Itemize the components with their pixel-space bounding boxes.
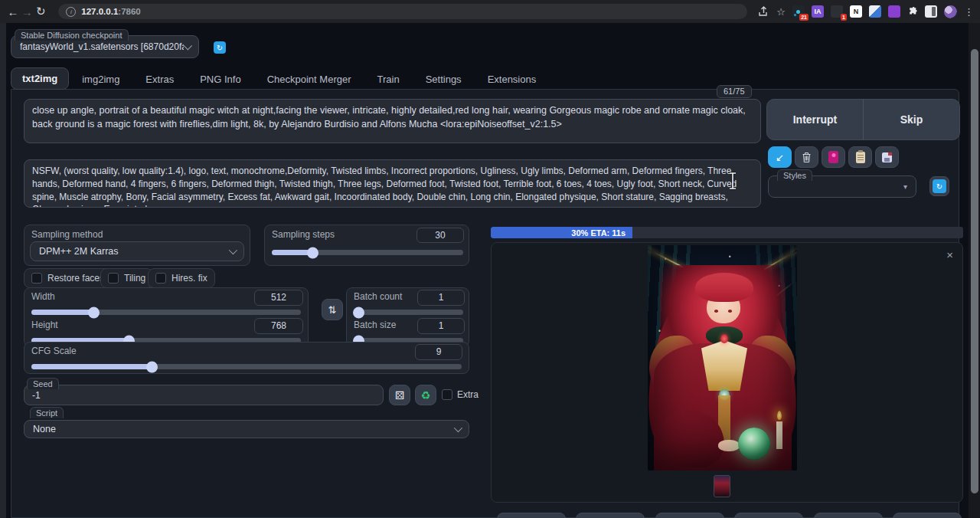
extension-ia-icon[interactable]: IA [812, 5, 824, 18]
chevron-down-icon: ▾ [903, 182, 907, 191]
tab-img2img[interactable]: img2img [69, 69, 132, 90]
tab-png-info[interactable]: PNG Info [187, 69, 253, 90]
app-window: ← → ↻ i 127.0.0.1:7860 ☆ 21 IA 1 N ⋮ Sta… [0, 0, 980, 518]
browser-menu-icon[interactable]: ⋮ [964, 6, 974, 18]
width-input[interactable]: 512 [254, 290, 303, 306]
output-button[interactable] [497, 513, 566, 518]
txt2img-panel: 61/75 close up angle, portrait of a beau… [11, 89, 959, 518]
height-label: Height [31, 320, 58, 330]
image-preview-panel: × [491, 242, 963, 503]
batch-block: Batch count 1 Batch size 1 [346, 287, 469, 347]
progress-fill: 30% ETA: 11s [491, 227, 632, 238]
extension-camera-icon[interactable]: 1 [831, 5, 843, 18]
browser-actions: ☆ 21 IA 1 N ⋮ [758, 5, 980, 18]
extra-networks-button[interactable] [822, 146, 845, 168]
sampling-method-value: DPM++ 2M Karras [39, 246, 119, 257]
hires-fix-option[interactable]: Hires. fix [148, 268, 215, 288]
seed-input[interactable]: -1 [24, 385, 384, 405]
negative-prompt-textarea[interactable]: NSFW, (worst quality, low quality:1.4), … [24, 159, 761, 208]
tab-settings[interactable]: Settings [413, 69, 475, 90]
sidebar-panel-icon[interactable] [925, 5, 937, 18]
slider-fill[interactable] [31, 364, 152, 369]
interrupt-button[interactable]: Interrupt [767, 100, 863, 139]
cfg-scale-label: CFG Scale [31, 346, 77, 356]
prompt-textarea[interactable]: close up angle, portrait of a beautiful … [24, 99, 761, 143]
sampling-steps-input[interactable]: 30 [416, 228, 464, 243]
progress-text: 30% ETA: 11s [571, 228, 632, 238]
save-style-button[interactable] [875, 146, 899, 168]
apply-style-button[interactable] [848, 146, 872, 168]
swap-dimensions-button[interactable]: ⇅ [322, 299, 343, 320]
generated-image[interactable] [648, 245, 797, 470]
tab-extras[interactable]: Extras [132, 69, 187, 90]
styles-label: Styles [777, 169, 812, 181]
tiling-label: Tiling [124, 273, 145, 284]
slider-fill[interactable] [31, 310, 93, 315]
output-button[interactable] [814, 513, 883, 518]
card-icon [828, 151, 838, 163]
checkpoint-refresh-button[interactable]: ↻ [214, 41, 226, 54]
clear-prompt-button[interactable] [795, 146, 818, 168]
url-port: :7860 [118, 7, 140, 16]
forward-icon[interactable]: → [20, 5, 34, 18]
extension-blue-icon[interactable] [869, 5, 881, 18]
sampling-steps-label: Sampling steps [272, 229, 335, 240]
output-button[interactable] [655, 513, 724, 518]
restore-faces-option[interactable]: Restore faces [24, 268, 112, 288]
extension-notion-icon[interactable]: N [850, 5, 862, 18]
extension-teal-icon[interactable]: 21 [792, 5, 805, 18]
paste-generation-params-button[interactable]: ↙ [768, 146, 792, 168]
seed-extra-checkbox[interactable] [442, 389, 452, 400]
reuse-seed-recycle-button[interactable]: ♻ [415, 385, 436, 405]
scrollbar-thumb[interactable] [971, 49, 978, 493]
gallery-thumbnail[interactable] [714, 475, 730, 497]
seed-extra-option[interactable]: Extra [442, 389, 479, 400]
token-counter: 61/75 [717, 85, 752, 98]
share-icon[interactable] [758, 6, 769, 17]
restore-faces-checkbox[interactable] [31, 273, 42, 284]
styles-refresh-button[interactable]: ↻ [929, 176, 949, 196]
random-seed-dice-button[interactable]: ⚄ [389, 385, 410, 405]
chevron-down-icon [454, 424, 462, 432]
extensions-puzzle-icon[interactable] [907, 6, 918, 17]
close-icon[interactable]: × [946, 249, 953, 261]
batch-count-slider[interactable] [354, 310, 463, 315]
window-edge [0, 23, 6, 518]
cfg-scale-input[interactable]: 9 [415, 344, 462, 360]
tiling-checkbox[interactable] [108, 273, 119, 284]
output-button[interactable] [576, 513, 645, 518]
slider-fill[interactable] [272, 250, 312, 255]
cfg-scale-slider[interactable] [31, 364, 462, 369]
sampling-steps-slider[interactable] [272, 250, 463, 255]
hires-fix-checkbox[interactable] [155, 273, 166, 284]
browser-toolbar: ← → ↻ i 127.0.0.1:7860 ☆ 21 IA 1 N ⋮ [0, 0, 980, 23]
back-icon[interactable]: ← [6, 5, 20, 18]
tab-txt2img[interactable]: txt2img [11, 67, 69, 90]
scrollbar-track[interactable] [969, 23, 980, 518]
batch-count-input[interactable]: 1 [417, 290, 465, 306]
batch-size-label: Batch size [354, 320, 396, 330]
bookmark-star-icon[interactable]: ☆ [776, 6, 786, 18]
tab-train[interactable]: Train [364, 69, 413, 90]
address-bar[interactable]: i 127.0.0.1:7860 [58, 4, 747, 19]
profile-avatar[interactable] [944, 5, 957, 18]
output-button[interactable] [734, 513, 803, 518]
site-info-icon[interactable]: i [66, 7, 76, 17]
tiling-option[interactable]: Tiling [100, 268, 153, 288]
sampling-method-dropdown[interactable]: DPM++ 2M Karras [30, 241, 244, 261]
width-slider[interactable] [31, 310, 301, 315]
tab-checkpoint-merger[interactable]: Checkpoint Merger [254, 69, 364, 90]
main-tabs: txt2img img2img Extras PNG Info Checkpoi… [11, 68, 549, 90]
extension-violet-icon[interactable] [888, 5, 900, 18]
slider-fill[interactable] [354, 310, 358, 315]
script-value: None [33, 424, 56, 434]
script-dropdown[interactable]: None [24, 420, 469, 438]
height-input[interactable]: 768 [254, 318, 303, 334]
url-host: 127.0.0.1 [81, 7, 118, 16]
output-button[interactable] [893, 513, 962, 518]
width-label: Width [31, 291, 55, 302]
skip-button[interactable]: Skip [864, 100, 959, 139]
tab-extensions[interactable]: Extensions [475, 69, 550, 90]
batch-size-input[interactable]: 1 [417, 318, 465, 334]
reload-icon[interactable]: ↻ [34, 5, 47, 18]
